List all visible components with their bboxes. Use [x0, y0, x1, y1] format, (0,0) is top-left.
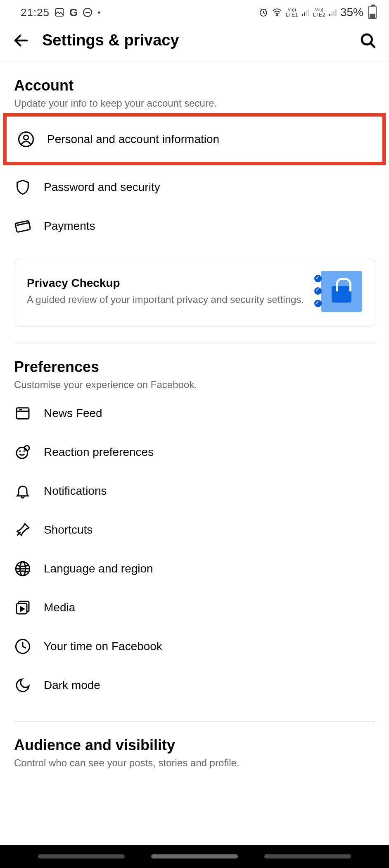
- signal1-icon: [301, 8, 310, 17]
- globe-icon: [14, 560, 31, 577]
- item-reaction-preferences[interactable]: Reaction preferences: [14, 433, 375, 472]
- status-left: 21:25 G •: [21, 6, 100, 19]
- newsfeed-icon: [14, 405, 31, 422]
- alarm-icon: [259, 7, 268, 17]
- google-icon: G: [69, 6, 78, 19]
- nav-back[interactable]: [264, 854, 351, 858]
- status-time: 21:25: [21, 6, 50, 19]
- svg-rect-2: [85, 12, 90, 13]
- dot-icon: •: [97, 8, 100, 17]
- item-your-time-label: Your time on Facebook: [44, 640, 162, 653]
- item-media-label: Media: [44, 601, 75, 614]
- item-payments[interactable]: Payments: [14, 207, 375, 246]
- section-preferences-sub: Customise your experience on Facebook.: [14, 379, 375, 391]
- item-dark-mode-label: Dark mode: [44, 679, 100, 692]
- item-notifications[interactable]: Notifications: [14, 472, 375, 510]
- svg-rect-7: [306, 11, 307, 16]
- item-personal-info[interactable]: Personal and account information: [17, 117, 372, 162]
- dnd-icon: [83, 7, 93, 17]
- svg-rect-9: [329, 14, 330, 16]
- svg-point-23: [17, 447, 28, 458]
- item-shortcuts[interactable]: Shortcuts: [14, 510, 375, 549]
- media-icon: [14, 599, 31, 616]
- item-reaction-label: Reaction preferences: [44, 446, 154, 459]
- system-nav-bar: [0, 845, 389, 868]
- search-button[interactable]: [359, 32, 377, 49]
- lte1-label: Vo))LTE1: [286, 7, 298, 17]
- svg-rect-8: [308, 9, 309, 16]
- item-personal-info-label: Personal and account information: [47, 133, 219, 146]
- item-news-feed-label: News Feed: [44, 407, 102, 420]
- section-audience-sub: Control who can see your posts, stories …: [14, 757, 375, 769]
- section-account-sub: Update your info to keep your account se…: [14, 98, 375, 109]
- section-preferences-title: Preferences: [14, 358, 375, 376]
- svg-rect-6: [304, 12, 305, 16]
- svg-rect-11: [333, 11, 334, 16]
- svg-rect-12: [335, 9, 337, 16]
- shield-icon: [14, 179, 31, 196]
- status-bar: 21:25 G • Vo))LTE1 Vo))LTE2 35%: [0, 0, 389, 23]
- privacy-checkup-card[interactable]: Privacy Checkup A guided review of your …: [14, 258, 375, 327]
- back-button[interactable]: [12, 32, 30, 49]
- section-account: Account Update your info to keep your ac…: [0, 62, 389, 109]
- clock-icon: [14, 638, 31, 655]
- item-payments-label: Payments: [44, 219, 95, 233]
- privacy-checkup-title: Privacy Checkup: [27, 277, 313, 290]
- item-language-region[interactable]: Language and region: [14, 549, 375, 588]
- section-audience: Audience and visibility Control who can …: [0, 722, 389, 769]
- privacy-lock-icon: [321, 271, 362, 312]
- item-your-time[interactable]: Your time on Facebook: [14, 627, 375, 666]
- item-language-label: Language and region: [44, 562, 153, 575]
- svg-rect-20: [17, 408, 29, 419]
- battery-percent: 35%: [340, 6, 363, 19]
- svg-line-15: [371, 43, 375, 47]
- item-news-feed[interactable]: News Feed: [14, 394, 375, 433]
- person-circle-icon: [17, 131, 35, 148]
- status-right: Vo))LTE1 Vo))LTE2 35%: [259, 6, 377, 19]
- svg-point-4: [276, 15, 278, 16]
- wifi-icon: [272, 7, 282, 17]
- nav-home[interactable]: [151, 854, 238, 858]
- nav-recents[interactable]: [38, 854, 125, 858]
- privacy-checkup-sub: A guided review of your important privac…: [27, 293, 313, 306]
- svg-rect-5: [302, 14, 303, 16]
- item-password-security-label: Password and security: [44, 181, 160, 194]
- highlight-personal-info: Personal and account information: [3, 113, 386, 165]
- section-audience-title: Audience and visibility: [14, 737, 375, 754]
- page-title: Settings & privacy: [42, 31, 359, 49]
- svg-point-17: [24, 135, 28, 140]
- pin-icon: [14, 521, 31, 539]
- item-media[interactable]: Media: [14, 588, 375, 627]
- moon-icon: [14, 677, 31, 694]
- item-password-security[interactable]: Password and security: [14, 168, 375, 207]
- reaction-icon: [14, 444, 31, 461]
- section-account-title: Account: [14, 77, 375, 94]
- item-shortcuts-label: Shortcuts: [44, 523, 93, 537]
- item-dark-mode[interactable]: Dark mode: [14, 666, 375, 705]
- section-preferences: Preferences Customise your experience on…: [0, 343, 389, 705]
- account-items: Password and security Payments: [0, 165, 389, 246]
- bell-icon: [14, 482, 31, 500]
- signal2-icon: [329, 8, 337, 17]
- item-notifications-label: Notifications: [44, 484, 107, 498]
- image-icon: [55, 7, 64, 17]
- battery-icon: [368, 6, 377, 19]
- card-icon: [14, 217, 31, 235]
- lte2-label: Vo))LTE2: [313, 7, 325, 17]
- svg-rect-10: [331, 12, 332, 16]
- app-header: Settings & privacy: [0, 23, 389, 62]
